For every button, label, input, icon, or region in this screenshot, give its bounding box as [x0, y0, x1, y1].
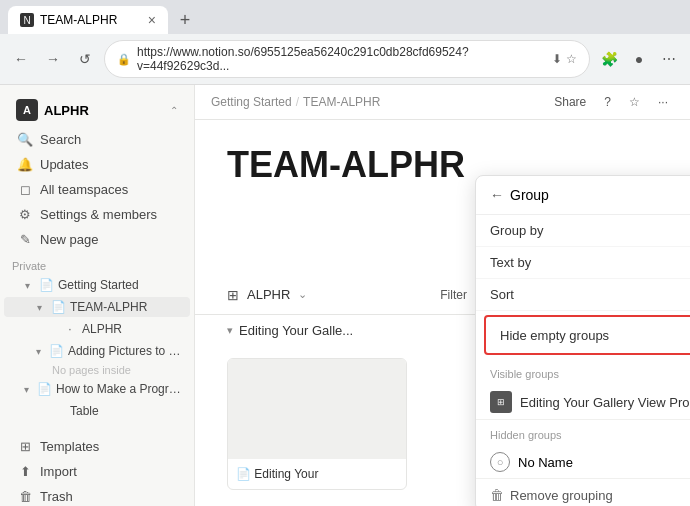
- tab-bar: N TEAM-ALPHR × +: [0, 0, 690, 34]
- import-icon: ⬆: [16, 464, 34, 479]
- topbar-more-icon[interactable]: ···: [652, 93, 674, 111]
- sidebar-item-teamspaces-label: All teamspaces: [40, 182, 128, 197]
- trash-icon: 🗑: [16, 489, 34, 504]
- teamspaces-icon: ◻: [16, 182, 34, 197]
- tree-item-adding-pictures[interactable]: ▾ 📄 Adding Pictures to Yo...: [4, 341, 190, 361]
- new-tab-button[interactable]: +: [172, 7, 198, 33]
- panel-row-hide-empty[interactable]: Hide empty groups: [486, 317, 690, 353]
- hidden-groups-label: Hidden groups: [490, 429, 690, 441]
- sidebar: A ALPHR ⌃ 🔍 Search 🔔 Updates ◻ All teams…: [0, 85, 195, 506]
- url-text: https://www.notion.so/6955125ea56240c291…: [137, 45, 546, 73]
- main-content: Getting Started / TEAM-ALPHR Share ? ☆ ·…: [195, 85, 690, 506]
- tab-title: TEAM-ALPHR: [40, 13, 117, 27]
- tree-label-how-to-make: How to Make a Progres...: [56, 382, 182, 396]
- newpage-icon: ✎: [16, 232, 34, 247]
- gallery-card-title-1: 📄 Editing Your: [236, 467, 398, 481]
- editing-gallery-icon: ⊞: [490, 391, 512, 413]
- updates-icon: 🔔: [16, 157, 34, 172]
- tree-label-table: Table: [70, 404, 99, 418]
- visible-groups-header: Visible groups Hide all: [476, 359, 690, 385]
- tree-label-adding-pictures: Adding Pictures to Yo...: [68, 344, 182, 358]
- sidebar-item-updates[interactable]: 🔔 Updates: [4, 153, 190, 176]
- address-icons: ⬇ ☆: [552, 52, 577, 66]
- no-name-row[interactable]: ○ No Name 👁: [476, 446, 690, 478]
- panel-row-text-by[interactable]: Text by Exact ›: [476, 247, 690, 279]
- templates-icon: ⊞: [16, 439, 34, 454]
- panel-back-button[interactable]: ←: [490, 187, 504, 203]
- sidebar-item-settings-label: Settings & members: [40, 207, 157, 222]
- visible-groups-label: Visible groups: [490, 368, 690, 380]
- remove-grouping-label: Remove grouping: [510, 488, 613, 503]
- db-name: ALPHR: [247, 287, 290, 302]
- topbar: Getting Started / TEAM-ALPHR Share ? ☆ ·…: [195, 85, 690, 120]
- breadcrumb-start: Getting Started: [211, 95, 292, 109]
- gallery-section-label: Editing Your Galle...: [239, 323, 353, 338]
- tree-toggle-getting-started: ▾: [20, 280, 34, 291]
- group-by-label: Group by: [490, 223, 690, 238]
- sidebar-item-newpage[interactable]: ✎ New page: [4, 228, 190, 251]
- db-view-icon: ⊞: [227, 287, 239, 303]
- gallery-card-body-1: 📄 Editing Your: [228, 459, 406, 489]
- remove-grouping-row[interactable]: 🗑 Remove grouping: [476, 478, 690, 506]
- sidebar-item-settings[interactable]: ⚙ Settings & members: [4, 203, 190, 226]
- sort-label: Sort: [490, 287, 690, 302]
- address-bar[interactable]: 🔒 https://www.notion.so/6955125ea56240c2…: [104, 40, 590, 78]
- private-section-label: Private: [0, 252, 194, 274]
- tree-item-alphr[interactable]: · ALPHR: [4, 319, 190, 339]
- gallery-section-toggle[interactable]: ▾: [227, 324, 233, 337]
- filter-button[interactable]: Filter: [434, 286, 473, 304]
- address-star-icon[interactable]: ☆: [566, 52, 577, 66]
- workspace-icon: A: [16, 99, 38, 121]
- sidebar-item-import-label: Import: [40, 464, 77, 479]
- gallery-card-1[interactable]: 📄 Editing Your: [227, 358, 407, 490]
- team-alphr-page-icon: 📄: [50, 300, 66, 314]
- forward-button[interactable]: →: [40, 46, 66, 72]
- browser-more-button[interactable]: ⋯: [656, 46, 682, 72]
- sidebar-item-trash[interactable]: 🗑 Trash: [4, 485, 190, 506]
- workspace-chevron-icon: ⌃: [170, 105, 178, 116]
- text-by-label: Text by: [490, 255, 690, 270]
- topbar-star-icon[interactable]: ☆: [623, 93, 646, 111]
- tree-label-getting-started: Getting Started: [58, 278, 139, 292]
- workspace-name: ALPHR: [44, 103, 164, 118]
- profile-button[interactable]: ●: [626, 46, 652, 72]
- share-button[interactable]: Share: [548, 93, 592, 111]
- sidebar-item-templates-label: Templates: [40, 439, 99, 454]
- extensions-button[interactable]: 🧩: [596, 46, 622, 72]
- editing-gallery-label: Editing Your Gallery View Propert...: [520, 395, 690, 410]
- tree-label-alphr: ALPHR: [82, 322, 122, 336]
- how-to-make-page-icon: 📄: [37, 382, 52, 396]
- panel-row-group-by[interactable]: Group by Name ›: [476, 215, 690, 247]
- panel-row-sort[interactable]: Sort Alphabetical ›: [476, 279, 690, 311]
- tree-item-table[interactable]: Table: [4, 401, 190, 421]
- tree-item-how-to-make[interactable]: ▾ 📄 How to Make a Progres...: [4, 379, 190, 399]
- db-chevron-icon: ⌄: [298, 288, 307, 301]
- alphr-page-icon: ·: [62, 322, 78, 336]
- sidebar-item-templates[interactable]: ⊞ Templates: [4, 435, 190, 458]
- back-button[interactable]: ←: [8, 46, 34, 72]
- tree-toggle-how-to-make: ▾: [20, 384, 33, 395]
- panel-title: Group: [510, 187, 690, 203]
- editing-gallery-row[interactable]: ⊞ Editing Your Gallery View Propert... 👁: [476, 385, 690, 419]
- sidebar-item-teamspaces[interactable]: ◻ All teamspaces: [4, 178, 190, 201]
- sidebar-item-updates-label: Updates: [40, 157, 88, 172]
- download-icon[interactable]: ⬇: [552, 52, 562, 66]
- gallery-card-icon: 📄: [236, 467, 251, 481]
- tree-item-getting-started[interactable]: ▾ 📄 Getting Started: [4, 275, 190, 295]
- tree-item-team-alphr[interactable]: ▾ 📄 TEAM-ALPHR: [4, 297, 190, 317]
- refresh-button[interactable]: ↺: [72, 46, 98, 72]
- adding-pictures-page-icon: 📄: [49, 344, 64, 358]
- app: A ALPHR ⌃ 🔍 Search 🔔 Updates ◻ All teams…: [0, 85, 690, 506]
- topbar-help-icon[interactable]: ?: [598, 93, 617, 111]
- active-tab[interactable]: N TEAM-ALPHR ×: [8, 6, 168, 34]
- tab-close-btn[interactable]: ×: [148, 12, 156, 28]
- sidebar-item-search-label: Search: [40, 132, 81, 147]
- workspace-header[interactable]: A ALPHR ⌃: [4, 93, 190, 127]
- tree-label-team-alphr: TEAM-ALPHR: [70, 300, 147, 314]
- getting-started-page-icon: 📄: [38, 278, 54, 292]
- sidebar-item-import[interactable]: ⬆ Import: [4, 460, 190, 483]
- breadcrumb-separator: /: [296, 95, 299, 109]
- browser-actions: 🧩 ● ⋯: [596, 46, 682, 72]
- sidebar-item-search[interactable]: 🔍 Search: [4, 128, 190, 151]
- tree-toggle-adding-pictures: ▾: [32, 346, 45, 357]
